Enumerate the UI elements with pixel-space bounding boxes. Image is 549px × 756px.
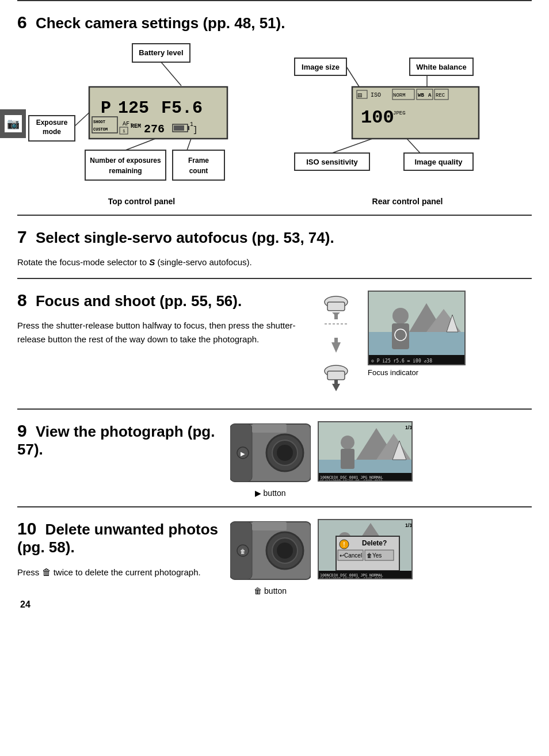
section8-right: ⊙ P i25 r5.6 ∞ i00 ↺38 Focus indicator — [313, 291, 532, 400]
shutter-half-press — [313, 291, 359, 331]
top-panel-svg: Battery level Exposure mode P 125 F5.6 — [17, 41, 259, 190]
shutter-full-press — [313, 360, 359, 400]
delete-button-label: 🗑 button — [230, 586, 311, 595]
svg-rect-28 — [173, 150, 224, 180]
svg-point-83 — [277, 445, 293, 461]
svg-text:Exposure: Exposure — [36, 119, 68, 127]
camera-svg: ▶ — [230, 421, 311, 484]
svg-text:NORM: NORM — [393, 93, 406, 98]
svg-text:ISO sensitivity: ISO sensitivity — [306, 158, 358, 166]
section7-body: Rotate the focus-mode selector to S (sin… — [17, 255, 532, 269]
section6-heading: 6 Check camera settings (pp. 48, 51). — [17, 13, 532, 32]
section8-body: Press the shutter-release button halfway… — [17, 319, 302, 346]
section9-left: 9 View the photograph (pg. 57). — [17, 421, 219, 467]
viewfinder-scene: ⊙ P i25 r5.6 ∞ i00 ↺38 — [369, 292, 466, 365]
top-panel-label: Top control panel — [17, 197, 266, 206]
svg-text:Delete?: Delete? — [362, 539, 387, 547]
step-10-num: 10 — [17, 519, 36, 538]
top-panel-wrap: Battery level Exposure mode P 125 F5.6 — [17, 41, 266, 206]
svg-text:remaining: remaining — [109, 167, 142, 175]
svg-rect-90 — [319, 460, 413, 474]
photo-scene: 100NCD3X DSC_0001 JPG NORMAL 15/12/2008 … — [319, 422, 413, 482]
svg-text:F5.6: F5.6 — [161, 98, 203, 118]
rear-panel-label: Rear control panel — [283, 197, 532, 206]
step-9-num: 9 — [17, 421, 27, 440]
svg-rect-68 — [334, 380, 338, 385]
svg-rect-75 — [392, 323, 409, 349]
step-7-num: 7 — [17, 227, 27, 246]
svg-text:1/1: 1/1 — [405, 425, 413, 430]
step-8-num: 8 — [17, 291, 27, 310]
svg-line-31 — [187, 139, 191, 150]
section7-heading: 7 Select single-servo autofocus (pg. 53,… — [17, 227, 532, 247]
rear-panel-svg: Image size White balance ▤ ISO — [283, 41, 502, 190]
svg-text:▶: ▶ — [241, 450, 245, 457]
svg-text:▤: ▤ — [357, 93, 363, 98]
svg-text:JPEG: JPEG — [393, 110, 406, 116]
section-6: 6 Check camera settings (pp. 48, 51). Ba… — [17, 0, 532, 215]
svg-point-102 — [277, 543, 293, 559]
shutter-buttons — [313, 291, 359, 400]
svg-text:mode: mode — [43, 128, 61, 136]
svg-text:1: 1 — [123, 128, 125, 133]
svg-text:REC: REC — [436, 93, 445, 98]
svg-text:1: 1 — [190, 121, 193, 128]
section-7: 7 Select single-servo autofocus (pg. 53,… — [17, 215, 532, 278]
section-8: 8 Focus and shoot (pp. 55, 56). Press th… — [17, 278, 532, 408]
section9-images: ▶ ▶ button — [230, 421, 532, 498]
svg-text:125: 125 — [118, 98, 149, 118]
svg-text:⊙ P i25 r5.6 ∞  i00 ↺38: ⊙ P i25 r5.6 ∞ i00 ↺38 — [371, 358, 432, 364]
viewfinder-wrap: ⊙ P i25 r5.6 ∞ i00 ↺38 Focus indicator — [368, 291, 466, 377]
diagram-container: Battery level Exposure mode P 125 F5.6 — [17, 41, 532, 206]
camera-view-photo: ▶ ▶ button — [230, 421, 311, 498]
svg-line-56 — [407, 139, 420, 153]
rear-panel-wrap: Image size White balance ▤ ISO — [283, 41, 532, 206]
section-9: 9 View the photograph (pg. 57). — [17, 408, 532, 506]
section9-heading: 9 View the photograph (pg. 57). — [17, 421, 219, 459]
svg-text:100: 100 — [361, 107, 394, 128]
svg-text:🗑: 🗑 — [240, 548, 246, 555]
delete-scene: 1/1 ! Delete? 🗑Yes ↩Cancel — [319, 520, 413, 579]
photo-display-wrap: 100NCD3X DSC_0001 JPG NORMAL 15/12/2008 … — [318, 421, 413, 498]
svg-rect-84 — [252, 424, 287, 433]
svg-text:15/12/2008 10:15:00  ✉6048×403: 15/12/2008 10:15:00 ✉6048×4032 — [320, 479, 383, 482]
svg-rect-21 — [188, 126, 189, 130]
svg-rect-58 — [327, 302, 345, 311]
svg-rect-72 — [369, 332, 466, 355]
svg-text:Battery level: Battery level — [139, 48, 183, 57]
section10-body: Press 🗑 twice to delete the current phot… — [17, 565, 219, 580]
svg-text:Image quality: Image quality — [414, 158, 463, 166]
svg-line-2 — [161, 62, 181, 86]
svg-text:🗑Yes: 🗑Yes — [367, 552, 382, 559]
svg-point-92 — [341, 436, 354, 449]
delete-dialog: 1/1 ! Delete? 🗑Yes ↩Cancel — [318, 519, 413, 579]
svg-text:15/12/2008 10:15:00  ✉6048×403: 15/12/2008 10:15:00 ✉6048×4032 — [320, 576, 383, 579]
photo-display: 100NCD3X DSC_0001 JPG NORMAL 15/12/2008 … — [318, 421, 413, 482]
svg-text:REM: REM — [131, 123, 141, 129]
svg-text:]: ] — [193, 125, 197, 135]
svg-rect-60 — [334, 312, 338, 319]
section8-heading: 8 Focus and shoot (pp. 55, 56). — [17, 291, 302, 310]
svg-text:SHOOT: SHOOT — [93, 120, 105, 124]
svg-text:Frame: Frame — [188, 156, 209, 165]
page: 📷 6 Check camera settings (pp. 48, 51). … — [0, 0, 549, 616]
svg-text:White balance: White balance — [416, 63, 466, 71]
svg-text:ISO: ISO — [371, 92, 381, 98]
svg-marker-62 — [331, 342, 341, 353]
svg-rect-65 — [327, 371, 345, 380]
page-number: 24 — [20, 600, 30, 610]
delete-dialog-wrap: 1/1 ! Delete? 🗑Yes ↩Cancel — [318, 519, 413, 595]
section10-images: 🗑 🗑 button 1/1 — [230, 519, 532, 595]
svg-point-74 — [392, 308, 409, 324]
svg-text:count: count — [189, 167, 208, 175]
play-button-label: ▶ button — [230, 488, 311, 498]
svg-rect-63 — [334, 338, 338, 343]
svg-rect-20 — [174, 125, 184, 131]
focus-indicator-label: Focus indicator — [368, 368, 466, 377]
arrow-between-presses — [325, 337, 348, 354]
svg-text:Image size: Image size — [302, 63, 340, 71]
svg-text:P: P — [101, 98, 111, 118]
svg-text:WB: WB — [418, 93, 424, 98]
svg-text:↩Cancel: ↩Cancel — [340, 552, 362, 559]
camera-delete-svg: 🗑 — [230, 519, 311, 582]
